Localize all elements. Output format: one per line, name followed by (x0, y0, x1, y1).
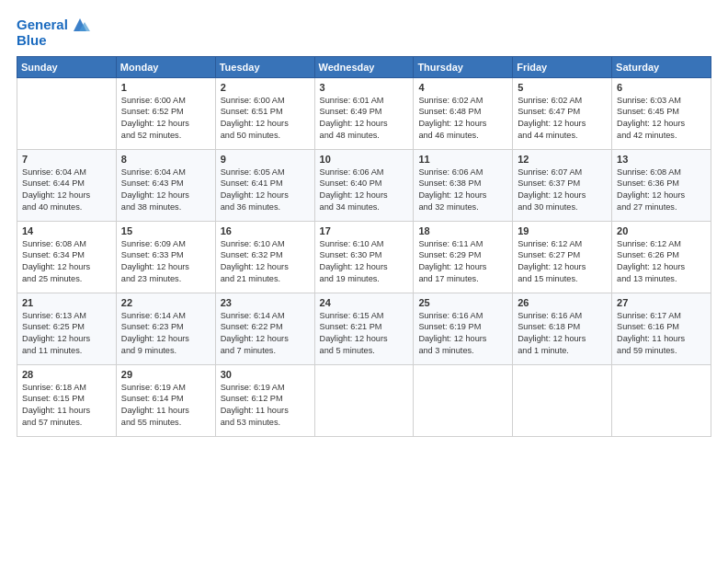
calendar-week-3: 14Sunrise: 6:08 AM Sunset: 6:34 PM Dayli… (17, 221, 711, 293)
day-info: Sunrise: 6:16 AM Sunset: 6:19 PM Dayligh… (418, 310, 507, 358)
calendar-cell (17, 77, 117, 149)
day-number: 14 (22, 225, 111, 236)
calendar-cell: 30Sunrise: 6:19 AM Sunset: 6:12 PM Dayli… (215, 364, 314, 436)
day-number: 20 (617, 225, 706, 236)
calendar-cell (513, 364, 612, 436)
calendar-cell: 21Sunrise: 6:13 AM Sunset: 6:25 PM Dayli… (17, 293, 117, 364)
logo-text-blue: Blue (17, 33, 47, 49)
day-info: Sunrise: 6:06 AM Sunset: 6:38 PM Dayligh… (418, 167, 507, 214)
day-info: Sunrise: 6:07 AM Sunset: 6:37 PM Dayligh… (518, 167, 607, 214)
calendar-cell: 29Sunrise: 6:19 AM Sunset: 6:14 PM Dayli… (116, 364, 215, 436)
day-info: Sunrise: 6:19 AM Sunset: 6:12 PM Dayligh… (221, 382, 310, 430)
calendar-header-wednesday: Wednesday (314, 56, 414, 77)
day-info: Sunrise: 6:10 AM Sunset: 6:32 PM Dayligh… (221, 238, 310, 286)
day-info: Sunrise: 6:19 AM Sunset: 6:14 PM Dayligh… (121, 382, 210, 430)
calendar-cell: 4Sunrise: 6:02 AM Sunset: 6:48 PM Daylig… (414, 77, 513, 149)
day-info: Sunrise: 6:00 AM Sunset: 6:52 PM Dayligh… (121, 95, 210, 143)
calendar-cell: 16Sunrise: 6:10 AM Sunset: 6:32 PM Dayli… (215, 221, 314, 293)
day-number: 17 (320, 225, 409, 236)
day-number: 16 (221, 225, 310, 236)
day-number: 11 (418, 154, 507, 165)
calendar-cell: 10Sunrise: 6:06 AM Sunset: 6:40 PM Dayli… (314, 149, 414, 221)
calendar-cell (612, 364, 711, 436)
calendar-cell: 18Sunrise: 6:11 AM Sunset: 6:29 PM Dayli… (414, 221, 513, 293)
calendar-header-monday: Monday (116, 56, 215, 77)
day-info: Sunrise: 6:09 AM Sunset: 6:33 PM Dayligh… (121, 238, 210, 286)
day-number: 28 (22, 369, 111, 380)
day-info: Sunrise: 6:08 AM Sunset: 6:36 PM Dayligh… (617, 167, 706, 214)
calendar-cell: 27Sunrise: 6:17 AM Sunset: 6:16 PM Dayli… (612, 293, 711, 364)
logo: General Blue (17, 15, 90, 49)
calendar-header-thursday: Thursday (414, 56, 513, 77)
calendar-body: 1Sunrise: 6:00 AM Sunset: 6:52 PM Daylig… (17, 77, 711, 436)
calendar-header-saturday: Saturday (612, 56, 711, 77)
day-number: 19 (518, 225, 607, 236)
calendar-cell: 15Sunrise: 6:09 AM Sunset: 6:33 PM Dayli… (116, 221, 215, 293)
day-info: Sunrise: 6:02 AM Sunset: 6:47 PM Dayligh… (518, 95, 607, 143)
day-info: Sunrise: 6:11 AM Sunset: 6:29 PM Dayligh… (418, 238, 507, 286)
calendar-cell: 3Sunrise: 6:01 AM Sunset: 6:49 PM Daylig… (314, 77, 414, 149)
day-info: Sunrise: 6:17 AM Sunset: 6:16 PM Dayligh… (617, 310, 706, 358)
day-info: Sunrise: 6:18 AM Sunset: 6:15 PM Dayligh… (22, 382, 111, 430)
logo-icon (70, 15, 90, 35)
calendar-cell: 26Sunrise: 6:16 AM Sunset: 6:18 PM Dayli… (513, 293, 612, 364)
day-number: 13 (617, 154, 706, 165)
day-info: Sunrise: 6:12 AM Sunset: 6:26 PM Dayligh… (617, 238, 706, 286)
day-info: Sunrise: 6:04 AM Sunset: 6:43 PM Dayligh… (121, 167, 210, 214)
calendar-header-friday: Friday (513, 56, 612, 77)
day-info: Sunrise: 6:00 AM Sunset: 6:51 PM Dayligh… (221, 95, 310, 143)
calendar-cell: 28Sunrise: 6:18 AM Sunset: 6:15 PM Dayli… (17, 364, 117, 436)
day-info: Sunrise: 6:15 AM Sunset: 6:21 PM Dayligh… (320, 310, 409, 358)
day-number: 7 (22, 154, 111, 165)
day-number: 4 (418, 82, 507, 93)
day-info: Sunrise: 6:02 AM Sunset: 6:48 PM Dayligh… (418, 95, 507, 143)
day-number: 24 (320, 297, 409, 308)
calendar-week-1: 1Sunrise: 6:00 AM Sunset: 6:52 PM Daylig… (17, 77, 711, 149)
calendar-cell (414, 364, 513, 436)
day-number: 23 (221, 297, 310, 308)
day-info: Sunrise: 6:03 AM Sunset: 6:45 PM Dayligh… (617, 95, 706, 143)
calendar-cell: 1Sunrise: 6:00 AM Sunset: 6:52 PM Daylig… (116, 77, 215, 149)
day-info: Sunrise: 6:14 AM Sunset: 6:23 PM Dayligh… (121, 310, 210, 358)
calendar-header-tuesday: Tuesday (215, 56, 314, 77)
calendar-cell: 13Sunrise: 6:08 AM Sunset: 6:36 PM Dayli… (612, 149, 711, 221)
calendar-cell: 19Sunrise: 6:12 AM Sunset: 6:27 PM Dayli… (513, 221, 612, 293)
calendar-cell: 2Sunrise: 6:00 AM Sunset: 6:51 PM Daylig… (215, 77, 314, 149)
calendar-week-2: 7Sunrise: 6:04 AM Sunset: 6:44 PM Daylig… (17, 149, 711, 221)
day-number: 15 (121, 225, 210, 236)
calendar-cell (314, 364, 414, 436)
calendar-cell: 17Sunrise: 6:10 AM Sunset: 6:30 PM Dayli… (314, 221, 414, 293)
day-info: Sunrise: 6:10 AM Sunset: 6:30 PM Dayligh… (320, 238, 409, 286)
calendar-cell: 24Sunrise: 6:15 AM Sunset: 6:21 PM Dayli… (314, 293, 414, 364)
day-info: Sunrise: 6:12 AM Sunset: 6:27 PM Dayligh… (518, 238, 607, 286)
calendar-header-sunday: Sunday (17, 56, 117, 77)
day-number: 22 (121, 297, 210, 308)
day-info: Sunrise: 6:16 AM Sunset: 6:18 PM Dayligh… (518, 310, 607, 358)
day-info: Sunrise: 6:01 AM Sunset: 6:49 PM Dayligh… (320, 95, 409, 143)
calendar-cell: 23Sunrise: 6:14 AM Sunset: 6:22 PM Dayli… (215, 293, 314, 364)
header: General Blue (17, 15, 711, 49)
day-info: Sunrise: 6:04 AM Sunset: 6:44 PM Dayligh… (22, 167, 111, 214)
calendar: SundayMondayTuesdayWednesdayThursdayFrid… (17, 56, 711, 437)
day-info: Sunrise: 6:13 AM Sunset: 6:25 PM Dayligh… (22, 310, 111, 358)
day-number: 10 (320, 154, 409, 165)
page: General Blue SundayMondayTuesdayWednesda… (0, 0, 728, 563)
calendar-header-row: SundayMondayTuesdayWednesdayThursdayFrid… (17, 56, 711, 77)
day-number: 5 (518, 82, 607, 93)
day-number: 8 (121, 154, 210, 165)
day-info: Sunrise: 6:06 AM Sunset: 6:40 PM Dayligh… (320, 167, 409, 214)
day-number: 26 (518, 297, 607, 308)
calendar-cell: 6Sunrise: 6:03 AM Sunset: 6:45 PM Daylig… (612, 77, 711, 149)
logo-text-general: General (17, 17, 68, 33)
calendar-cell: 8Sunrise: 6:04 AM Sunset: 6:43 PM Daylig… (116, 149, 215, 221)
calendar-cell: 12Sunrise: 6:07 AM Sunset: 6:37 PM Dayli… (513, 149, 612, 221)
calendar-cell: 14Sunrise: 6:08 AM Sunset: 6:34 PM Dayli… (17, 221, 117, 293)
calendar-cell: 25Sunrise: 6:16 AM Sunset: 6:19 PM Dayli… (414, 293, 513, 364)
calendar-cell: 22Sunrise: 6:14 AM Sunset: 6:23 PM Dayli… (116, 293, 215, 364)
day-number: 21 (22, 297, 111, 308)
day-number: 30 (221, 369, 310, 380)
day-number: 29 (121, 369, 210, 380)
day-number: 12 (518, 154, 607, 165)
day-number: 9 (221, 154, 310, 165)
day-number: 18 (418, 225, 507, 236)
